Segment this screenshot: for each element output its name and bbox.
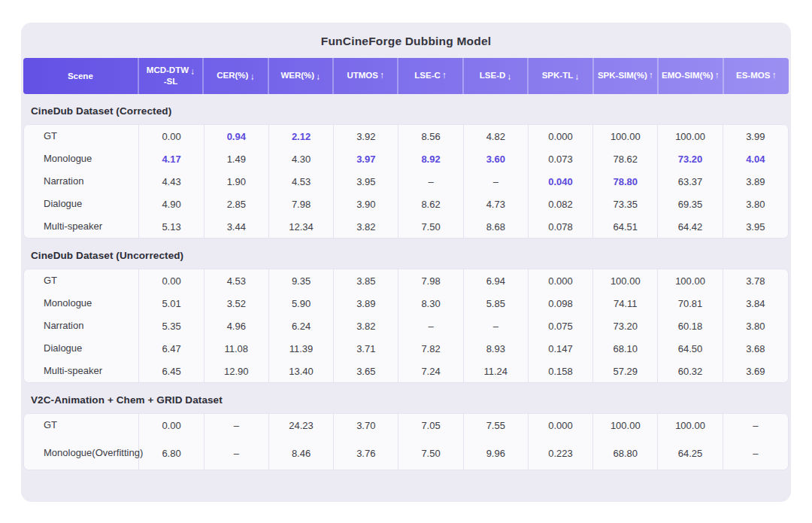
value-cell: 100.00: [658, 269, 723, 292]
arrow-up-icon: ↑: [714, 70, 719, 82]
scene-label: GT: [24, 269, 139, 292]
value-cell: 100.00: [593, 269, 658, 292]
value-cell: 78.62: [593, 147, 658, 170]
value-cell: 3.84: [723, 292, 788, 315]
value-cell: 3.95: [334, 170, 398, 193]
value-cell: 3.71: [334, 337, 398, 360]
column-label: CER(%): [217, 71, 248, 80]
value-cell: 6.94: [464, 269, 529, 292]
value-cell: 68.10: [593, 337, 658, 360]
value-cell: 3.68: [723, 337, 788, 360]
column-header-lse-d: LSE-D↓: [464, 58, 529, 94]
value-cell: –: [398, 315, 463, 337]
value-cell: 57.29: [593, 360, 658, 382]
column-label: LSE-C: [414, 71, 441, 80]
value-cell: 3.70: [334, 414, 398, 436]
table-row: Dialogue6.4711.0811.393.717.828.930.1476…: [24, 337, 788, 360]
arrow-down-icon: ↓: [250, 71, 254, 84]
value-cell: 64.42: [658, 215, 723, 238]
value-cell: 11.39: [269, 337, 334, 360]
arrow-down-icon: ↓: [190, 66, 195, 78]
value-cell: 68.80: [593, 436, 658, 470]
value-cell: 4.04: [723, 147, 788, 170]
value-cell: 3.82: [334, 315, 398, 337]
column-label: WER(%): [280, 71, 314, 80]
table-row: Narration4.431.904.533.95––0.04078.8063.…: [24, 170, 788, 193]
column-label: ES-MOS: [736, 71, 770, 80]
value-cell: 3.92: [334, 125, 398, 147]
value-cell: –: [398, 170, 463, 193]
value-cell: 73.20: [593, 315, 658, 337]
value-cell: 7.50: [398, 215, 463, 238]
section-rows: GT0.004.539.353.857.986.940.000100.00100…: [23, 269, 789, 383]
value-cell: 5.85: [464, 292, 529, 315]
value-cell: 3.52: [205, 292, 269, 315]
value-cell: 12.90: [205, 360, 269, 382]
scene-label: Monologue(Overfitting): [24, 436, 139, 470]
arrow-up-icon: ↑: [442, 70, 447, 82]
value-cell: 4.43: [139, 170, 204, 193]
value-cell: 3.90: [334, 193, 398, 215]
value-cell: 4.96: [205, 315, 269, 337]
value-cell: 60.32: [658, 360, 723, 382]
column-header-wer: WER(%)↓: [269, 58, 334, 94]
arrow-down-icon: ↓: [316, 71, 320, 84]
value-cell: 5.01: [139, 292, 204, 315]
value-cell: 2.12: [269, 125, 334, 147]
value-cell: 3.78: [723, 269, 788, 292]
value-cell: 0.000: [529, 125, 593, 147]
table-body: CineDub Dataset (Corrected)GT0.000.942.1…: [23, 94, 789, 470]
value-cell: 7.82: [398, 337, 463, 360]
column-header-cer: CER(%)↓: [204, 58, 268, 94]
table-title: FunCineForge Dubbing Model: [23, 23, 789, 58]
value-cell: 3.82: [334, 215, 398, 238]
value-cell: 24.23: [269, 414, 334, 436]
value-cell: 3.89: [723, 170, 788, 193]
column-header-lse-c: LSE-C↑: [398, 58, 463, 94]
value-cell: 9.96: [464, 436, 529, 470]
column-label: SPK-TL: [542, 71, 574, 80]
scene-label: Monologue: [24, 147, 139, 170]
column-header-spk-tl: SPK-TL↓: [529, 58, 593, 94]
value-cell: 0.158: [529, 360, 593, 382]
column-label: UTMOS: [347, 71, 378, 80]
arrow-down-icon: ↓: [574, 71, 579, 84]
table-row: Multi-speaker6.4512.9013.403.657.2411.24…: [24, 360, 788, 382]
value-cell: 0.073: [529, 147, 593, 170]
value-cell: –: [723, 414, 788, 436]
value-cell: 100.00: [593, 414, 658, 436]
value-cell: 5.13: [139, 215, 204, 238]
value-cell: 0.040: [529, 170, 593, 193]
value-cell: 3.97: [334, 147, 398, 170]
value-cell: 3.80: [723, 315, 788, 337]
value-cell: 4.30: [269, 147, 334, 170]
value-cell: 0.147: [529, 337, 593, 360]
value-cell: 63.37: [658, 170, 723, 193]
value-cell: 3.95: [723, 215, 788, 238]
value-cell: –: [464, 315, 529, 337]
value-cell: 69.35: [658, 193, 723, 215]
scene-label: Monologue: [24, 292, 139, 315]
scene-label: Narration: [24, 170, 139, 193]
scene-label: Multi-speaker: [24, 215, 139, 238]
value-cell: 3.60: [464, 147, 529, 170]
column-header-scene: Scene: [23, 58, 139, 94]
value-cell: 6.47: [139, 337, 204, 360]
value-cell: 64.50: [658, 337, 723, 360]
scene-label: Dialogue: [24, 337, 139, 360]
value-cell: 8.56: [398, 125, 463, 147]
value-cell: 0.075: [529, 315, 593, 337]
column-label: SPK-SIM(%): [598, 71, 647, 80]
value-cell: 12.34: [269, 215, 334, 238]
value-cell: 4.90: [139, 193, 204, 215]
value-cell: 3.89: [334, 292, 398, 315]
value-cell: 9.35: [269, 269, 334, 292]
value-cell: 7.55: [464, 414, 529, 436]
value-cell: –: [205, 436, 269, 470]
column-label: -SL: [164, 77, 178, 86]
table-row: GT0.004.539.353.857.986.940.000100.00100…: [24, 269, 788, 292]
value-cell: 4.17: [139, 147, 204, 170]
value-cell: 13.40: [269, 360, 334, 382]
table-row: Multi-speaker5.133.4412.343.827.508.680.…: [24, 215, 788, 238]
arrow-up-icon: ↑: [380, 70, 384, 82]
